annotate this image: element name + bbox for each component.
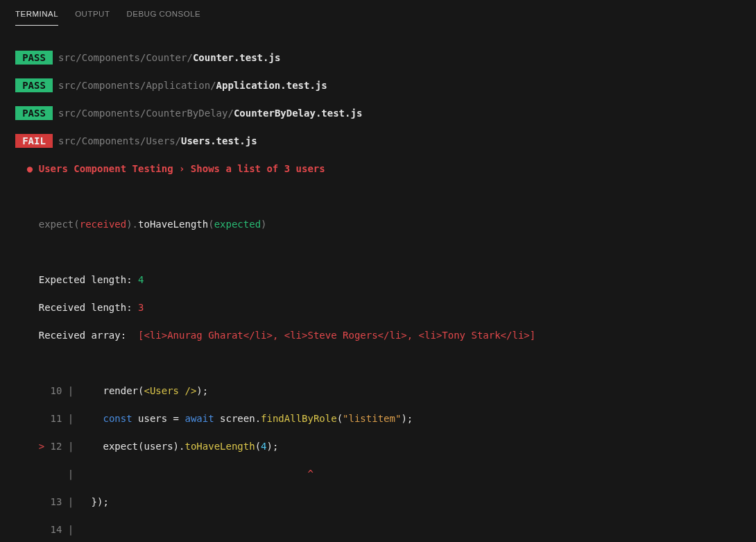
caret-line: | ^ (15, 467, 741, 481)
code-line: 10 | render(<Users />); (15, 384, 741, 398)
result-row: PASSsrc/Components/Application/Applicati… (15, 78, 741, 92)
file-name: CounterByDelay.test.js (234, 108, 362, 119)
file-name: Application.test.js (216, 80, 327, 91)
code-line: 14 | (15, 523, 741, 536)
file-path: src/Components/Users/ (58, 135, 181, 146)
file-name: Users.test.js (181, 135, 257, 146)
terminal-output[interactable]: PASSsrc/Components/Counter/Counter.test.… (0, 30, 756, 542)
file-path: src/Components/Application/ (58, 80, 216, 91)
file-name: Counter.test.js (193, 52, 280, 63)
failed-test-title: ● Users Component Testing › Shows a list… (15, 162, 741, 176)
terminal-tabs: TERMINAL OUTPUT DEBUG CONSOLE (0, 0, 756, 30)
result-row: FAILsrc/Components/Users/Users.test.js (15, 134, 741, 148)
code-line: 11 | const users = await screen.findAllB… (15, 412, 741, 425)
pass-badge: PASS (15, 78, 53, 92)
tab-output[interactable]: OUTPUT (75, 7, 110, 26)
expected-length: Expected length: 4 (15, 273, 741, 287)
result-row: PASSsrc/Components/Counter/Counter.test.… (15, 51, 741, 65)
pass-badge: PASS (15, 106, 53, 120)
pass-badge: PASS (15, 51, 53, 65)
received-length: Received length: 3 (15, 300, 741, 314)
received-array: Received array: [<li>Anurag Gharat</li>,… (15, 328, 741, 342)
tab-terminal[interactable]: TERMINAL (15, 7, 58, 26)
fail-badge: FAIL (15, 134, 53, 148)
code-line: 13 | }); (15, 495, 741, 509)
file-path: src/Components/CounterByDelay/ (58, 108, 234, 119)
result-row: PASSsrc/Components/CounterByDelay/Counte… (15, 106, 741, 120)
expect-signature: expect(received).toHaveLength(expected) (15, 217, 741, 231)
code-line-pointer: > 12 | expect(users).toHaveLength(4); (15, 439, 741, 453)
tab-debug-console[interactable]: DEBUG CONSOLE (126, 7, 200, 26)
file-path: src/Components/Counter/ (58, 52, 193, 63)
